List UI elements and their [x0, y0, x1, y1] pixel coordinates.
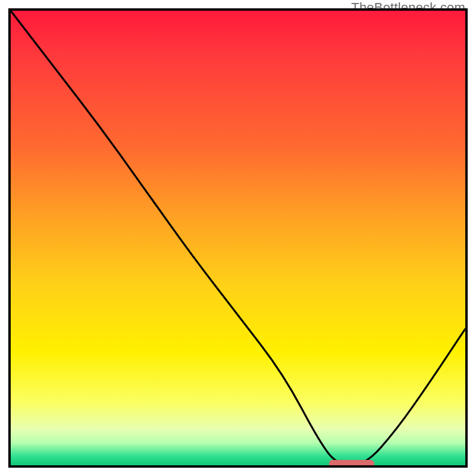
- chart-container: TheBottleneck.com: [0, 0, 476, 476]
- bottleneck-curve-path: [11, 11, 465, 465]
- curve-svg: [11, 11, 465, 465]
- plot-area: [8, 8, 468, 468]
- optimal-marker: [329, 460, 374, 467]
